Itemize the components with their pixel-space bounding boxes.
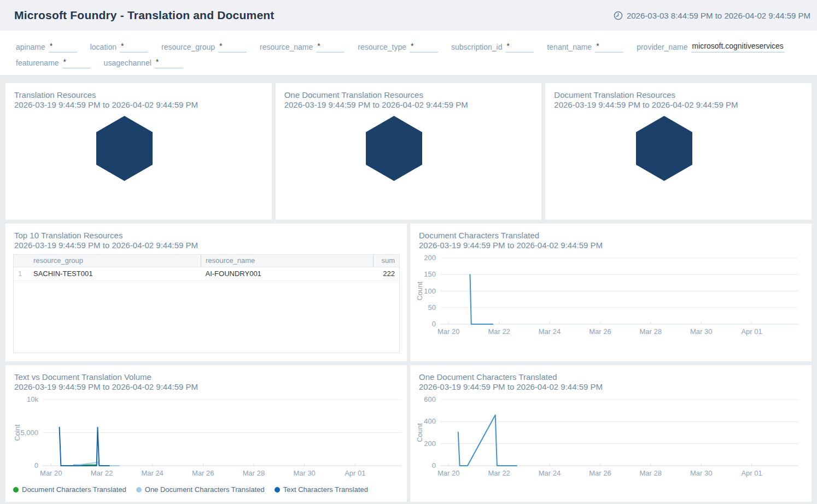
legend-item-document-characters-translated[interactable]: Document Characters Translated bbox=[13, 485, 126, 494]
panel-document-characters-translated: Document Characters Translated 2026-03-1… bbox=[410, 224, 812, 361]
svg-text:Mar 20: Mar 20 bbox=[40, 469, 62, 477]
dashboard-content: Translation Resources 2026-03-19 9:44:59… bbox=[0, 75, 817, 502]
svg-text:Apr 01: Apr 01 bbox=[741, 469, 762, 477]
legend-dot-icon bbox=[136, 487, 142, 493]
filter-featurename-input[interactable]: * bbox=[62, 57, 91, 68]
filter-subscription_id-input[interactable]: * bbox=[505, 42, 534, 52]
filter-resource_type-label: resource_type bbox=[358, 43, 406, 52]
svg-text:Mar 26: Mar 26 bbox=[589, 469, 611, 477]
panel-text-vs-document-volume: Text vs Document Translation Volume 2026… bbox=[5, 365, 407, 502]
filter-location: location* bbox=[90, 42, 148, 52]
filter-resource_group-input[interactable]: * bbox=[218, 42, 247, 52]
panel-subtitle: 2026-03-19 9:44:59 PM to 2026-04-02 9:44… bbox=[419, 382, 803, 392]
top10-table: resource_groupresource_namesum 1SACHIN-T… bbox=[13, 254, 400, 353]
svg-text:0: 0 bbox=[34, 461, 38, 470]
filter-resource_type-input[interactable]: * bbox=[410, 42, 438, 52]
svg-text:Mar 22: Mar 22 bbox=[488, 327, 510, 336]
table-header: resource_groupresource_namesum bbox=[14, 255, 399, 267]
app-header: Microsoft Foundry - Translation and Docu… bbox=[0, 0, 817, 31]
filter-tenant_name-input[interactable]: * bbox=[595, 42, 623, 52]
sum-cell: 222 bbox=[373, 267, 399, 281]
filter-apiname-input[interactable]: * bbox=[49, 42, 77, 52]
svg-text:Apr 01: Apr 01 bbox=[741, 327, 762, 336]
filter-provider_name-input[interactable]: microsoft.cognitiveservices bbox=[691, 42, 785, 52]
filter-tenant_name-label: tenant_name bbox=[547, 43, 592, 52]
legend-label: Document Characters Translated bbox=[22, 485, 126, 494]
filter-usagechannel-label: usagechannel bbox=[104, 58, 151, 68]
page-title: Microsoft Foundry - Translation and Docu… bbox=[14, 9, 275, 22]
svg-text:Mar 24: Mar 24 bbox=[539, 327, 561, 336]
chart-canvas: 0200400600Mar 20Mar 22Mar 24Mar 26Mar 28… bbox=[410, 396, 812, 482]
svg-text:0: 0 bbox=[432, 461, 436, 470]
svg-text:10k: 10k bbox=[27, 396, 38, 403]
hexagon-datapoint[interactable] bbox=[636, 116, 692, 181]
row-number-cell: 1 bbox=[14, 267, 29, 281]
svg-text:Mar 30: Mar 30 bbox=[690, 327, 712, 336]
time-range-label: 2026-03-03 8:44:59 PM to 2026-04-02 9:44… bbox=[627, 11, 810, 20]
chart-legend: Document Characters TranslatedOne Docume… bbox=[13, 485, 407, 494]
filter-resource_name-label: resource_name bbox=[260, 43, 313, 52]
filter-usagechannel-input[interactable]: * bbox=[155, 57, 183, 68]
svg-text:Mar 24: Mar 24 bbox=[539, 469, 561, 477]
svg-text:Mar 22: Mar 22 bbox=[488, 469, 510, 477]
filter-row-1: apiname*location*resource_group*resource… bbox=[16, 37, 806, 52]
time-range-picker[interactable]: 2026-03-03 8:44:59 PM to 2026-04-02 9:44… bbox=[614, 11, 810, 20]
legend-item-text-characters-translated[interactable]: Text Characters Translated bbox=[275, 485, 368, 494]
svg-text:5,000: 5,000 bbox=[20, 429, 38, 437]
svg-text:150: 150 bbox=[424, 270, 436, 278]
svg-text:Mar 22: Mar 22 bbox=[91, 469, 113, 477]
table-row[interactable]: 1SACHIN-TEST001AI-FOUNDRY001222 bbox=[14, 267, 399, 281]
column-header-resource_group[interactable]: resource_group bbox=[29, 255, 201, 267]
legend-label: One Document Characters Translated bbox=[145, 485, 265, 494]
panel-one-document-characters-translated: One Document Characters Translated 2026-… bbox=[410, 365, 812, 502]
chart-canvas: 05,00010kMar 20Mar 22Mar 24Mar 26Mar 28M… bbox=[5, 396, 407, 482]
panel-title: Text vs Document Translation Volume bbox=[14, 372, 398, 382]
legend-label: Text Characters Translated bbox=[283, 485, 368, 494]
resource-name-cell: AI-FOUNDRY001 bbox=[201, 267, 374, 281]
svg-text:Mar 30: Mar 30 bbox=[293, 469, 315, 477]
resource-group-cell: SACHIN-TEST001 bbox=[29, 267, 201, 281]
bottom-panel-row: Text vs Document Translation Volume 2026… bbox=[5, 365, 812, 502]
filter-subscription_id: subscription_id* bbox=[451, 42, 534, 52]
filter-usagechannel: usagechannel* bbox=[104, 57, 183, 68]
panel-subtitle: 2026-03-19 9:44:59 PM to 2026-04-02 9:44… bbox=[14, 100, 263, 110]
panel-title: One Document Characters Translated bbox=[419, 372, 803, 382]
filter-resource_name: resource_name* bbox=[260, 42, 345, 52]
svg-text:Mar 20: Mar 20 bbox=[437, 469, 459, 477]
filter-apiname: apiname* bbox=[16, 42, 77, 52]
svg-text:Count: Count bbox=[416, 282, 424, 301]
panel-subtitle: 2026-03-19 9:44:59 PM to 2026-04-02 9:44… bbox=[284, 100, 533, 110]
document-characters-chart: 050100150200Mar 20Mar 22Mar 24Mar 26Mar … bbox=[410, 254, 812, 343]
clock-icon bbox=[614, 11, 623, 20]
panel-subtitle: 2026-03-19 9:44:59 PM to 2026-04-02 9:44… bbox=[14, 382, 398, 392]
panel-subtitle: 2026-03-19 9:44:59 PM to 2026-04-02 9:44… bbox=[419, 241, 803, 250]
column-header-resource_name[interactable]: resource_name bbox=[201, 255, 374, 267]
svg-text:Mar 28: Mar 28 bbox=[243, 469, 265, 477]
panel-document-translation-resources: Document Translation Resources 2026-03-1… bbox=[545, 83, 812, 220]
filter-resource_type: resource_type* bbox=[358, 42, 438, 52]
filter-featurename-label: featurename bbox=[16, 58, 59, 68]
hexagon-datapoint[interactable] bbox=[366, 116, 422, 181]
svg-text:Mar 20: Mar 20 bbox=[437, 327, 459, 336]
filter-row-2: featurename*usagechannel* bbox=[16, 52, 806, 68]
filter-location-input[interactable]: * bbox=[120, 42, 148, 52]
hexagon-datapoint[interactable] bbox=[96, 116, 153, 181]
panel-title: Document Translation Resources bbox=[554, 90, 803, 100]
filter-provider_name: provider_namemicrosoft.cognitiveservices bbox=[637, 42, 785, 52]
svg-text:Mar 26: Mar 26 bbox=[589, 327, 611, 336]
filter-tenant_name: tenant_name* bbox=[547, 42, 623, 52]
panel-title: Document Characters Translated bbox=[419, 231, 803, 241]
panel-top10-translation-resources: Top 10 Translation Resources 2026-03-19 … bbox=[5, 224, 407, 361]
column-header-row-number bbox=[14, 255, 29, 267]
panel-translation-resources: Translation Resources 2026-03-19 9:44:59… bbox=[5, 83, 272, 220]
text-vs-document-chart: 05,00010kMar 20Mar 22Mar 24Mar 26Mar 28M… bbox=[5, 396, 407, 494]
filter-provider_name-label: provider_name bbox=[637, 43, 687, 52]
panel-title: Translation Resources bbox=[14, 90, 263, 100]
column-header-sum[interactable]: sum bbox=[373, 255, 399, 267]
legend-item-one-document-characters-translated[interactable]: One Document Characters Translated bbox=[136, 485, 265, 494]
filter-resource_name-input[interactable]: * bbox=[316, 42, 345, 52]
one-document-characters-chart: 0200400600Mar 20Mar 22Mar 24Mar 26Mar 28… bbox=[410, 396, 812, 484]
middle-panel-row: Top 10 Translation Resources 2026-03-19 … bbox=[5, 224, 812, 361]
legend-dot-icon bbox=[13, 487, 19, 493]
hex-panel-row: Translation Resources 2026-03-19 9:44:59… bbox=[5, 83, 812, 220]
